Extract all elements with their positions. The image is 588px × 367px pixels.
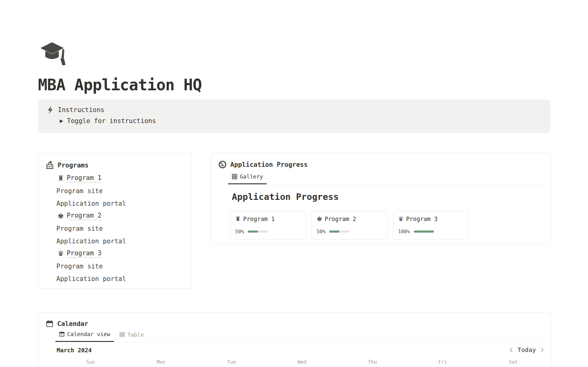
day-header-tue: Tue (196, 359, 267, 365)
day-header-sun: Sun (55, 359, 126, 365)
calendar-day-headers: Sun Mon Tue Wed Thu Fri Sat (55, 359, 548, 365)
program-link-row[interactable]: ♜ Program 1 (38, 172, 192, 185)
day-header-sat: Sat (478, 359, 548, 365)
chess-queen-icon: ♛ (58, 250, 64, 257)
program-site-item[interactable]: Program site (38, 260, 192, 272)
day-header-mon: Mon (126, 359, 196, 365)
program-link-row[interactable]: ♚ Program 2 (38, 210, 192, 222)
chevron-left-icon[interactable] (510, 347, 513, 352)
programs-card: Programs ♜ Program 1 Program site Applic… (38, 153, 192, 289)
program-2-link[interactable]: Program 2 (67, 212, 102, 220)
application-portal-item[interactable]: Application portal (38, 272, 192, 285)
gallery-card-title[interactable]: Program 2 (325, 215, 356, 222)
calendar-view-icon (59, 331, 65, 337)
progress-gallery: ♜ Program 1 50% ♚ Program 2 50% (230, 211, 469, 240)
calendar-title: Calendar (57, 320, 88, 328)
program-link-row[interactable]: ♛ Program 3 (38, 247, 192, 260)
program-site-item[interactable]: Program site (38, 222, 192, 235)
chess-rook-icon: ♜ (235, 216, 241, 222)
progress-bar (248, 230, 268, 233)
progress-heading: Application Progress (232, 192, 339, 202)
progress-bar-fill (248, 230, 258, 233)
gallery-card-program-2[interactable]: ♚ Program 2 50% (311, 211, 387, 240)
school-building-icon (46, 161, 54, 169)
tab-divider (228, 184, 545, 185)
lightning-bolt-icon (47, 106, 54, 114)
calendar-month-label: March 2024 (57, 347, 92, 354)
chess-rook-icon: ♜ (58, 175, 64, 182)
progress-percent: 100% (398, 229, 410, 234)
callout-title: Instructions (58, 106, 104, 114)
chess-king-icon: ♚ (317, 216, 322, 222)
tab-gallery[interactable]: Gallery (228, 173, 267, 184)
gallery-card-program-1[interactable]: ♜ Program 1 50% (230, 211, 306, 240)
calendar-card: Calendar Calendar view Table (38, 312, 551, 367)
calendar-icon (46, 320, 54, 328)
tab-table[interactable]: Table (116, 331, 148, 342)
toggle-triangle-icon[interactable]: ▶ (60, 118, 63, 124)
gallery-card-title[interactable]: Program 3 (406, 215, 438, 222)
progress-bar (414, 230, 434, 233)
gallery-grid-icon (232, 174, 237, 179)
chess-king-icon: ♚ (58, 212, 64, 219)
program-3-link[interactable]: Program 3 (67, 249, 102, 258)
application-portal-item[interactable]: Application portal (38, 197, 192, 210)
progress-bar-fill (414, 230, 434, 233)
gauge-icon (218, 160, 227, 169)
progress-percent: 50% (317, 229, 326, 234)
gallery-card-program-3[interactable]: ♛ Program 3 100% (393, 211, 469, 240)
instructions-toggle[interactable]: ▶ Toggle for instructions (60, 117, 156, 125)
instructions-callout: Instructions ▶ Toggle for instructions (38, 99, 550, 133)
progress-card-title: Application Progress (230, 161, 308, 168)
tab-gallery-label[interactable]: Gallery (240, 173, 263, 180)
programs-title: Programs (58, 162, 89, 169)
chess-queen-icon: ♛ (398, 216, 404, 222)
graduation-cap-icon[interactable] (40, 42, 69, 66)
programs-list: ♜ Program 1 Program site Application por… (38, 172, 192, 285)
toggle-label[interactable]: Toggle for instructions (67, 117, 156, 125)
tab-table-label[interactable]: Table (127, 331, 144, 338)
tab-calendar-view[interactable]: Calendar view (55, 331, 114, 342)
chevron-right-icon[interactable] (541, 347, 544, 352)
progress-percent: 50% (235, 229, 244, 234)
page-title: MBA Application HQ (38, 76, 202, 94)
tab-calendar-view-label[interactable]: Calendar view (67, 331, 110, 337)
progress-bar-fill (329, 230, 339, 233)
program-1-link[interactable]: Program 1 (67, 174, 102, 182)
day-header-wed: Wed (267, 359, 337, 365)
today-button[interactable]: Today (518, 346, 536, 354)
day-header-fri: Fri (408, 359, 478, 365)
table-icon (119, 332, 125, 337)
gallery-card-title[interactable]: Program 1 (243, 215, 275, 222)
application-portal-item[interactable]: Application portal (38, 235, 192, 247)
application-progress-card: Application Progress Gallery Application… (211, 153, 551, 245)
program-site-item[interactable]: Program site (38, 185, 192, 197)
progress-bar (329, 230, 349, 233)
day-header-thu: Thu (337, 359, 408, 365)
tab-divider (55, 342, 545, 342)
